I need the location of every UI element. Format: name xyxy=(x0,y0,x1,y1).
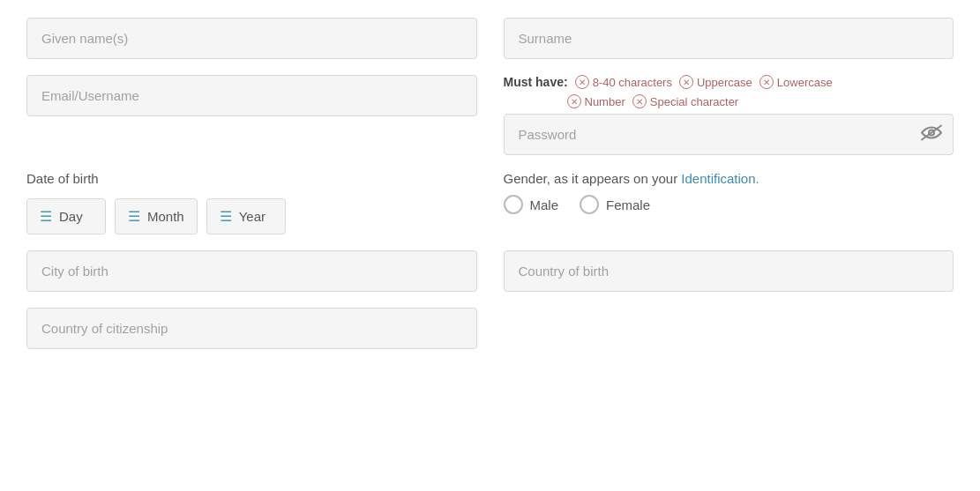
country-citizenship-field-wrapper xyxy=(26,308,477,349)
password-section: Must have: ✕ 8-40 characters ✕ Uppercase… xyxy=(504,75,954,155)
dob-month-select[interactable]: ☰ Month xyxy=(115,198,198,234)
year-list-icon: ☰ xyxy=(220,208,232,225)
dob-section: Date of birth ☰ Day ☰ Month ☰ Year xyxy=(26,171,477,234)
must-have-uppercase: ✕ Uppercase xyxy=(679,75,752,89)
must-have-number: ✕ Number xyxy=(567,94,625,108)
city-input[interactable] xyxy=(26,250,477,292)
country-citizenship-input[interactable] xyxy=(26,308,477,349)
gender-title-text: Gender, as it appears on your xyxy=(504,171,682,186)
given-name-field-wrapper xyxy=(26,18,477,59)
email-input[interactable] xyxy=(26,75,477,116)
dob-year-label: Year xyxy=(239,209,266,224)
x-circle-lowercase: ✕ xyxy=(759,75,774,89)
surname-field-wrapper xyxy=(504,18,954,59)
male-radio[interactable] xyxy=(504,195,523,214)
dob-day-label: Day xyxy=(59,209,83,224)
male-option[interactable]: Male xyxy=(504,195,559,214)
must-have-special: ✕ Special character xyxy=(632,94,738,108)
email-field-wrapper xyxy=(26,75,477,155)
given-name-input[interactable] xyxy=(26,18,477,59)
must-have-row-2: ✕ Number ✕ Special character xyxy=(504,94,954,108)
male-label: Male xyxy=(530,197,559,212)
surname-input[interactable] xyxy=(504,18,954,59)
gender-identification-link[interactable]: Identification. xyxy=(681,171,759,186)
dob-day-select[interactable]: ☰ Day xyxy=(26,198,106,234)
country-birth-input[interactable] xyxy=(504,250,954,292)
female-label: Female xyxy=(606,197,650,212)
special-label: Special character xyxy=(650,95,738,108)
dob-month-label: Month xyxy=(147,209,184,224)
dob-label: Date of birth xyxy=(26,171,477,186)
x-circle-uppercase: ✕ xyxy=(679,75,693,89)
password-input[interactable] xyxy=(504,114,954,155)
must-have-lowercase: ✕ Lowercase xyxy=(759,75,833,89)
password-field-wrapper xyxy=(504,114,954,155)
chars-label: 8-40 characters xyxy=(593,76,672,89)
gender-title: Gender, as it appears on your Identifica… xyxy=(504,171,954,186)
female-radio[interactable] xyxy=(580,195,599,214)
gender-section: Gender, as it appears on your Identifica… xyxy=(504,171,954,234)
dob-dropdowns: ☰ Day ☰ Month ☰ Year xyxy=(26,198,477,234)
gender-options: Male Female xyxy=(504,195,954,214)
country-birth-field-wrapper xyxy=(504,250,954,292)
must-have-chars: ✕ 8-40 characters xyxy=(575,75,672,89)
x-circle-number: ✕ xyxy=(567,94,581,108)
must-have-row-1: Must have: ✕ 8-40 characters ✕ Uppercase… xyxy=(504,75,954,89)
dob-year-select[interactable]: ☰ Year xyxy=(206,198,286,234)
uppercase-label: Uppercase xyxy=(697,76,752,89)
must-have-label: Must have: xyxy=(504,75,568,89)
x-circle-special: ✕ xyxy=(632,94,647,108)
registration-form: Must have: ✕ 8-40 characters ✕ Uppercase… xyxy=(26,18,954,349)
x-circle-chars: ✕ xyxy=(575,75,589,89)
city-field-wrapper xyxy=(26,250,477,292)
number-label: Number xyxy=(585,95,625,108)
toggle-password-icon[interactable] xyxy=(920,123,943,145)
month-list-icon: ☰ xyxy=(128,208,140,225)
female-option[interactable]: Female xyxy=(580,195,650,214)
lowercase-label: Lowercase xyxy=(777,76,833,89)
day-list-icon: ☰ xyxy=(40,208,52,225)
